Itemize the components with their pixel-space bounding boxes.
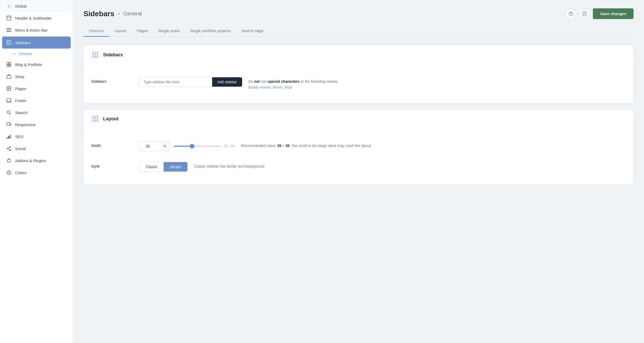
svg-point-33 <box>571 15 571 15</box>
sidebar-sub-item-general[interactable]: — General <box>0 49 73 58</box>
help-button[interactable] <box>566 9 576 19</box>
sidebar-item-menu[interactable]: Menu & Action Bar <box>0 24 73 36</box>
svg-line-19 <box>10 113 11 115</box>
tab-sidebars[interactable]: Sidebars <box>84 25 109 37</box>
svg-rect-22 <box>7 137 8 139</box>
style-classic-button[interactable]: Classic <box>139 162 164 172</box>
drag-handle-layout[interactable] <box>91 115 99 123</box>
search-icon <box>6 110 11 115</box>
sidebars-icon <box>6 40 11 45</box>
sidebar-item-pages[interactable]: Pages <box>0 82 73 94</box>
add-sidebar-button[interactable]: Add sidebar <box>212 77 242 87</box>
svg-rect-7 <box>7 62 9 64</box>
sidebar-item-label: Colors <box>15 170 26 175</box>
width-field-hint: Recommended value: 20 – 30. Too small or… <box>241 141 626 149</box>
svg-rect-21 <box>10 124 11 125</box>
sidebar-field-hint: Do not use special characters or the fol… <box>248 77 626 90</box>
responsive-icon <box>6 122 11 127</box>
layout-section-title: Layout <box>103 116 118 122</box>
sidebar-item-label: Menu & Action Bar <box>15 28 47 32</box>
dash-icon: — <box>13 52 16 56</box>
sidebar-field-label: Sidebars <box>91 77 133 84</box>
svg-rect-23 <box>8 136 9 139</box>
sidebar-item-label: Blog & Portfolio <box>15 62 42 67</box>
sidebar-sub-label: General <box>19 52 32 56</box>
sidebar-item-header[interactable]: Header & Subheader <box>0 12 73 24</box>
width-field-row: Width % 10 - 50 Recommended value: 20 – … <box>91 136 626 157</box>
sidebar-item-label: Global <box>15 4 26 8</box>
tab-single-portfolio[interactable]: Single portfolio projects <box>185 25 236 37</box>
sidebar-item-label: Pages <box>15 86 26 91</box>
sidebar-item-seo[interactable]: SEO <box>0 131 73 143</box>
svg-rect-16 <box>7 99 11 102</box>
sidebar-item-addons[interactable]: Addons & Plugins <box>0 155 73 167</box>
tab-search-page[interactable]: Search page <box>236 25 269 37</box>
sidebar-item-label: Footer <box>15 98 26 103</box>
style-toggle: Classic Simple <box>139 162 188 172</box>
svg-rect-25 <box>11 134 11 139</box>
sidebar-item-shop[interactable]: Shop <box>0 70 73 82</box>
page-title: Sidebars <box>84 10 114 18</box>
width-range-label: 10 - 50 <box>224 144 234 148</box>
sidebar-item-label: Responsive <box>15 122 35 127</box>
tab-layout[interactable]: Layout <box>109 25 132 37</box>
style-field-label: Style <box>91 162 133 168</box>
svg-rect-0 <box>7 16 11 20</box>
breadcrumb-separator: » <box>117 11 120 16</box>
sidebar-item-global[interactable]: ☆ Global <box>0 0 73 12</box>
seo-icon <box>6 134 11 139</box>
sidebar-item-colors[interactable]: Colors <box>0 167 73 179</box>
svg-rect-11 <box>7 75 11 79</box>
svg-point-27 <box>10 150 11 151</box>
colors-icon <box>6 170 11 175</box>
sidebar-hint-names: buddy, events, forum, shop <box>248 85 292 89</box>
svg-rect-20 <box>7 123 10 125</box>
sidebar-item-sidebars[interactable]: Sidebars <box>2 37 71 49</box>
svg-point-26 <box>10 146 11 147</box>
blog-icon <box>6 62 11 67</box>
sidebar-item-label: Search <box>15 110 28 115</box>
sidebar-item-social[interactable]: Social <box>0 143 73 155</box>
sidebars-section-title: Sidebars <box>103 52 123 58</box>
sidebars-section-body: Sidebars Add sidebar Do not use special … <box>84 64 633 103</box>
width-field-label: Width <box>91 141 133 148</box>
pages-icon <box>6 86 11 91</box>
page-header: Sidebars » General Save changes <box>84 8 634 19</box>
layout-section: Layout Width % 10 - 50 Recommended va <box>84 109 634 185</box>
svg-rect-10 <box>9 65 11 67</box>
svg-line-29 <box>8 147 10 148</box>
header-actions: Save changes <box>566 8 634 19</box>
header-icon <box>6 15 11 21</box>
drag-handle-sidebars[interactable] <box>91 51 99 59</box>
layout-section-body: Width % 10 - 50 Recommended value: 20 – … <box>84 129 633 184</box>
footer-icon <box>6 98 11 103</box>
layout-section-header: Layout <box>84 110 633 129</box>
width-field-control: % 10 - 50 <box>139 141 235 151</box>
sidebar-item-label: Addons & Plugins <box>15 158 46 163</box>
sidebar-title-input[interactable] <box>139 77 212 87</box>
sidebar-item-label: Social <box>15 146 26 151</box>
tab-single-posts[interactable]: Single posts <box>153 25 185 37</box>
svg-rect-5 <box>7 41 11 44</box>
sidebar-item-label: Header & Subheader <box>15 16 52 20</box>
sidebar-item-blog[interactable]: Blog & Portfolio <box>0 58 73 70</box>
docs-button[interactable] <box>579 9 590 19</box>
save-changes-button[interactable]: Save changes <box>593 8 634 19</box>
sidebar: ☆ Global Header & Subheader Menu & Actio… <box>0 0 73 343</box>
tab-pages[interactable]: Pages <box>132 25 153 37</box>
sidebar-item-footer[interactable]: Footer <box>0 94 73 107</box>
style-field-control: Classic Simple <box>139 162 188 172</box>
style-simple-button[interactable]: Simple <box>164 162 187 172</box>
slider-container: 10 - 50 <box>174 144 234 148</box>
sidebar-item-responsive[interactable]: Responsive <box>0 119 73 131</box>
addons-icon <box>6 158 11 163</box>
sidebar-item-search[interactable]: Search <box>0 107 73 119</box>
width-number-input[interactable] <box>139 141 160 151</box>
width-input-group: % <box>139 141 170 151</box>
svg-point-28 <box>7 148 8 149</box>
menu-icon <box>6 27 11 33</box>
social-icon <box>6 146 11 151</box>
sidebars-section: Sidebars Sidebars Add sidebar Do not use… <box>84 45 634 103</box>
sidebars-section-header: Sidebars <box>84 45 633 64</box>
width-slider[interactable] <box>174 146 221 147</box>
